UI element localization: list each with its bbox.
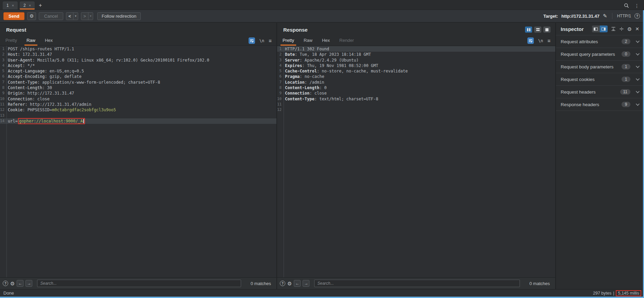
- code-line-10[interactable]: 10Connection: close: [0, 96, 276, 102]
- expand-all-button[interactable]: [611, 27, 616, 31]
- new-tab-button[interactable]: +: [39, 3, 42, 8]
- edit-target-pencil-icon[interactable]: ✎: [603, 13, 607, 19]
- code-line-9[interactable]: 9Connection: close: [277, 90, 555, 96]
- response-search-input[interactable]: [314, 280, 520, 287]
- code-line-11[interactable]: 11Referer: http://172.31.31.47/admin: [0, 102, 276, 107]
- search-settings-gear-icon[interactable]: ⚙: [287, 281, 292, 286]
- window-tab-1[interactable]: 1×: [3, 1, 18, 10]
- code-line-1[interactable]: 1HTTP/1.1 302 Found: [277, 46, 555, 52]
- close-tab-icon[interactable]: ×: [12, 3, 14, 7]
- inspector-section-request-attributes[interactable]: Request attributes2: [556, 35, 643, 48]
- search-help-icon[interactable]: ?: [3, 281, 8, 286]
- response-editor[interactable]: 1HTTP/1.1 302 Found2Date: Tue, 18 Apr 20…: [277, 46, 555, 277]
- code-line-9[interactable]: 9Origin: http://172.31.31.47: [0, 90, 276, 96]
- inspector-section-request-body-parameters[interactable]: Request body parameters1: [556, 61, 643, 73]
- line-text: Connection: close: [5, 96, 50, 102]
- send-button[interactable]: Send: [3, 12, 24, 20]
- code-line-5[interactable]: 5Accept-Language: en-US,en;q=0.5: [0, 68, 276, 74]
- chevron-down-icon[interactable]: [636, 102, 640, 106]
- layout-rows-button[interactable]: [534, 27, 541, 33]
- history-forward-button[interactable]: > ▾: [81, 12, 93, 20]
- dock-left-toggle[interactable]: [592, 26, 600, 32]
- back-dropdown-icon[interactable]: ▾: [73, 14, 78, 18]
- previous-match-button[interactable]: ←: [17, 280, 23, 287]
- code-line-3[interactable]: 3User-Agent: Mozilla/5.0 (X11; Linux x86…: [0, 57, 276, 63]
- inspector-section-request-headers[interactable]: Request headers11: [556, 86, 643, 98]
- code-line-1[interactable]: 1POST /ships-routes HTTP/1.1: [0, 46, 276, 52]
- window-tab-2[interactable]: 2×: [20, 1, 35, 10]
- code-line-2[interactable]: 2Date: Tue, 18 Apr 2023 18:14:18 GMT: [277, 52, 555, 57]
- selected-payload[interactable]: gopher://localhost:9000/_A: [18, 118, 85, 124]
- response-tab-raw[interactable]: Raw: [302, 36, 315, 45]
- collapse-all-button[interactable]: [619, 27, 624, 31]
- line-number: 9: [277, 90, 283, 96]
- code-line-10[interactable]: 10Content-Type: text/html; charset=UTF-8: [277, 96, 555, 102]
- next-match-button[interactable]: →: [303, 280, 309, 287]
- inspector-close-icon[interactable]: ✕: [635, 26, 639, 32]
- close-tab-icon[interactable]: ×: [29, 3, 31, 7]
- chevron-down-icon[interactable]: [636, 77, 640, 81]
- line-text: Content-Type: text/html; charset=UTF-8: [283, 96, 378, 102]
- code-line-7[interactable]: 7Content-Type: application/x-www-form-ur…: [0, 80, 276, 85]
- kebab-menu-icon[interactable]: ⋮: [634, 3, 639, 8]
- send-settings-gear-button[interactable]: ⚙: [27, 12, 36, 20]
- code-line-14[interactable]: 14url=gopher://localhost:9000/_A: [0, 118, 276, 124]
- help-icon[interactable]: ?: [634, 13, 640, 19]
- word-wrap-icon[interactable]: [527, 37, 534, 44]
- response-tab-pretty[interactable]: Pretty: [281, 36, 296, 45]
- code-line-2[interactable]: 2Host: 172.31.31.47: [0, 52, 276, 57]
- word-wrap-icon[interactable]: [249, 37, 255, 44]
- line-number: 6: [0, 74, 5, 79]
- code-line-8[interactable]: 8Content-Length: 0: [277, 85, 555, 90]
- window-tab-label: 2: [23, 3, 26, 8]
- next-match-button[interactable]: →: [26, 280, 32, 287]
- code-line-7[interactable]: 7Location: /admin: [277, 80, 555, 85]
- forward-dropdown-icon[interactable]: ▾: [88, 14, 93, 18]
- request-tab-hex[interactable]: Hex: [43, 36, 55, 45]
- request-search-input[interactable]: [37, 280, 241, 287]
- chevron-down-icon[interactable]: [636, 52, 640, 55]
- inspector-section-request-cookies[interactable]: Request cookies1: [556, 73, 643, 86]
- code-line-11[interactable]: 11: [277, 102, 555, 107]
- previous-match-button[interactable]: ←: [294, 280, 301, 287]
- editor-menu-icon[interactable]: ≡: [269, 38, 272, 44]
- code-line-4[interactable]: 4Expires: Thu, 19 Nov 1981 08:52:00 GMT: [277, 63, 555, 68]
- dock-right-toggle[interactable]: [600, 26, 608, 32]
- inspector-section-response-headers[interactable]: Response headers9: [556, 98, 643, 111]
- editor-menu-icon[interactable]: ≡: [547, 38, 550, 44]
- response-tab-hex[interactable]: Hex: [320, 36, 332, 45]
- window-tabs: 1×2×: [3, 0, 35, 10]
- search-help-icon[interactable]: ?: [280, 281, 285, 286]
- inspector-section-request-query-parameters[interactable]: Request query parameters0: [556, 48, 643, 61]
- code-line-3[interactable]: 3Server: Apache/2.4.29 (Ubuntu): [277, 57, 555, 63]
- inspector-settings-gear-icon[interactable]: ⚙: [627, 27, 632, 32]
- layout-combined-button[interactable]: [543, 27, 550, 33]
- code-line-6[interactable]: 6Pragma: no-cache: [277, 74, 555, 79]
- code-line-13[interactable]: 13: [0, 113, 276, 118]
- code-line-12[interactable]: 12Cookie: PHPSESSID=m0ctabrgdfac2sobfgcl…: [0, 107, 276, 113]
- chevron-down-icon[interactable]: [636, 89, 640, 93]
- request-tab-pretty[interactable]: Pretty: [3, 36, 19, 45]
- follow-redirection-button[interactable]: Follow redirection: [97, 12, 141, 20]
- chevron-down-icon[interactable]: [636, 64, 640, 68]
- history-back-button[interactable]: < ▾: [66, 12, 78, 20]
- code-line-6[interactable]: 6Accept-Encoding: gzip, deflate: [0, 74, 276, 79]
- code-line-4[interactable]: 4Accept: */*: [0, 63, 276, 68]
- cancel-button[interactable]: Cancel: [39, 12, 63, 20]
- search-icon[interactable]: [624, 3, 629, 8]
- response-panel: Response PrettyRawHexRender \n ≡ 1HTTP/1…: [277, 23, 556, 289]
- layout-columns-button[interactable]: [525, 27, 532, 33]
- code-line-12[interactable]: 12: [277, 107, 555, 113]
- code-line-5[interactable]: 5Cache-Control: no-store, no-cache, must…: [277, 68, 555, 74]
- request-tab-raw[interactable]: Raw: [24, 36, 37, 45]
- response-tab-render[interactable]: Render: [337, 36, 356, 45]
- search-settings-gear-icon[interactable]: ⚙: [10, 281, 15, 286]
- show-newlines-icon[interactable]: \n: [259, 38, 264, 43]
- code-line-8[interactable]: 8Content-Length: 30: [0, 85, 276, 90]
- inspector-title: Inspector: [561, 26, 584, 32]
- section-label: Response headers: [561, 102, 599, 107]
- chevron-down-icon[interactable]: [636, 39, 640, 43]
- show-newlines-icon[interactable]: \n: [538, 38, 543, 43]
- request-editor[interactable]: 1POST /ships-routes HTTP/1.12Host: 172.3…: [0, 46, 276, 277]
- http-version-label[interactable]: HTTP/1: [617, 14, 631, 18]
